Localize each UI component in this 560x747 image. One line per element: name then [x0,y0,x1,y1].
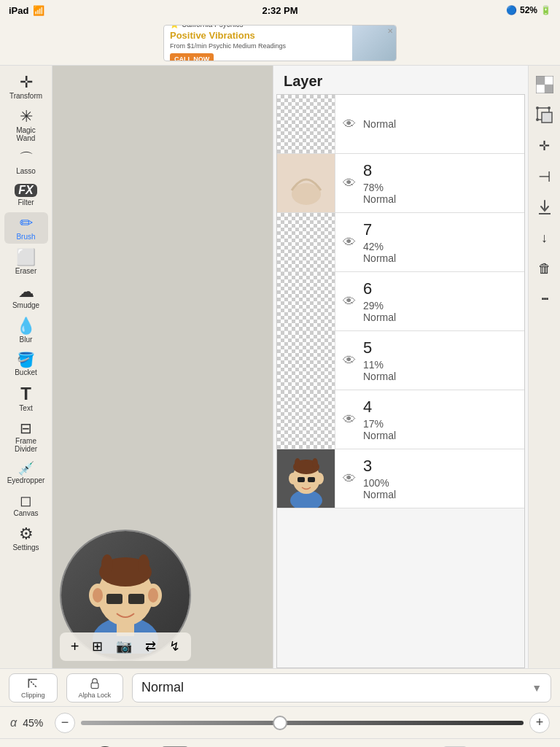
opacity-decrease-button[interactable]: − [55,713,75,733]
layer-opacity: 29% [363,300,517,311]
tool-smudge[interactable]: ☁ Smudge [4,281,48,312]
tool-filter-label: Filter [18,198,34,206]
svg-point-7 [93,588,103,603]
layer-content: 👁 4 17% Normal [335,392,524,447]
layer-row[interactable]: 👁 Normal [277,95,524,154]
tool-smudge-label: Smudge [12,301,39,309]
opacity-bar: α 45% − + [0,706,560,738]
opacity-value: 45% [23,717,49,729]
ad-call-button[interactable]: CALL NOW [170,53,214,61]
right-mini-toolbar: ✛ ⊣ ↓ 🗑 ··· [528,66,560,668]
layer-eye-icon[interactable]: 👁 [343,471,356,487]
tool-canvas[interactable]: ◻ Canvas [4,490,48,520]
color-swatch-button[interactable] [158,742,192,748]
tool-text[interactable]: T Text [4,382,48,415]
layer-row[interactable]: 👁 4 17% Normal [277,390,524,449]
layer-row[interactable]: 👁 3 100% Normal [277,449,524,508]
svg-rect-24 [536,76,545,85]
ad-close-button[interactable]: ✕ [387,27,393,35]
tool-filter[interactable]: FX Filter [4,181,48,209]
tool-eyedropper[interactable]: 💉 Eyedropper [4,459,48,487]
tool-frame-divider[interactable]: ⊟ Frame Divider [4,418,48,456]
layer-info: 3 100% Normal [363,457,517,500]
lasso-icon: ⌒ [19,151,34,166]
ad-subtext: From $1/min Psychic Medium Readings [170,42,346,50]
ad-inner[interactable]: ⭐ California Psychics Positive Vibration… [163,25,397,61]
svg-rect-27 [536,85,545,93]
layer-eye-icon[interactable]: 👁 [343,294,356,309]
layer-content: 👁 8 78% Normal [335,155,524,211]
layer-thumb [277,95,335,153]
merge-button[interactable]: ↯ [165,637,184,657]
layer-eye-icon[interactable]: 👁 [343,412,356,427]
mini-tool-checkerboard[interactable] [532,71,558,98]
opacity-slider[interactable] [81,721,524,725]
svg-point-13 [292,183,321,205]
layer-list: 👁 Normal 👁 [276,94,525,668]
layer-eye-icon[interactable]: 👁 [343,235,356,250]
layer-thumb [277,213,335,271]
transform-icon [536,107,553,124]
thumb-art [277,154,335,212]
canvas-area[interactable]: + ⊞ 📷 ⇄ ↯ [52,66,273,668]
opacity-slider-thumb[interactable] [273,716,287,730]
main-area: ✛ Transform ✳ Magic Wand ⌒ Lasso FX Filt… [0,66,560,668]
ad-headline: Positive Vibrations [170,30,346,41]
mini-tool-delete[interactable]: 🗑 [532,255,558,282]
back-button[interactable]: ← [508,742,542,748]
bottom-bar: Clipping Alpha Lock Normal ▼ [0,668,560,706]
mini-tool-flip[interactable]: ⊣ [532,163,558,190]
undo-button[interactable]: ↩ [298,742,332,748]
tool-blur[interactable]: 💧 Blur [4,315,48,347]
tool-brush[interactable]: ✏ Brush [4,212,48,244]
mini-tool-flatten[interactable]: ↓ [532,225,558,251]
mini-tool-move[interactable]: ✛ [532,133,558,159]
add-group-button[interactable]: ⊞ [88,637,107,657]
svg-rect-25 [545,85,553,93]
tool-bucket[interactable]: 🪣 Bucket [4,349,48,379]
svg-rect-26 [545,76,553,85]
down-button[interactable]: ↓ [228,742,262,748]
blend-mode-button[interactable]: Normal ▼ [132,673,551,703]
tool-magic-wand[interactable]: ✳ Magic Wand [4,106,48,145]
layer-thumb [277,449,335,508]
layer-row[interactable]: 👁 6 29% Normal [277,272,524,331]
clipping-button[interactable]: Clipping [9,673,58,703]
brush-size-button[interactable]: 29.6 [88,742,122,748]
add-layer-button[interactable]: + [66,637,84,657]
tool-lasso[interactable]: ⌒ Lasso [4,148,48,178]
tool-blur-label: Blur [20,336,33,344]
edit-icon-button[interactable] [18,742,52,748]
redo-button[interactable]: ↪ [368,742,402,748]
layer-opacity: 17% [363,418,517,430]
layer-thumb-checker [277,95,335,153]
layer-row[interactable]: 👁 7 42% Normal [277,213,524,272]
layer-row[interactable]: 👁 5 11% Normal [277,331,524,390]
layer-row[interactable]: 👁 8 78% Normal [277,154,524,213]
smudge-icon: ☁ [18,284,34,300]
mini-tool-merge-down[interactable] [532,194,558,220]
device-label: iPad [9,5,28,16]
tool-text-label: Text [19,404,32,412]
canvas-icon: ◻ [20,493,32,508]
svg-point-3 [101,554,113,575]
bottom-nav: 29.6 ↓ ↩ ↪ 12 ← [0,738,560,747]
layer-eye-icon[interactable]: 👁 [343,117,356,132]
svg-rect-30 [542,112,552,123]
mini-tool-more[interactable]: ··· [532,286,558,312]
ad-banner: ⭐ California Psychics Positive Vibration… [0,20,560,66]
alpha-lock-button[interactable]: Alpha Lock [66,673,124,703]
layer-eye-icon[interactable]: 👁 [343,353,356,368]
layer-thumb [277,390,335,449]
import-button[interactable]: ⇄ [141,637,160,657]
svg-point-18 [295,458,300,468]
battery-icon: 🔋 [540,5,551,15]
layer-eye-icon[interactable]: 👁 [343,176,356,191]
camera-button[interactable]: 📷 [112,637,136,657]
tool-eraser[interactable]: ⬜ Eraser [4,247,48,278]
layers-button[interactable]: 12 [438,742,472,748]
opacity-increase-button[interactable]: + [529,713,550,733]
mini-tool-transform[interactable] [532,102,558,128]
tool-settings[interactable]: ⚙ Settings [4,523,48,554]
tool-transform[interactable]: ✛ Transform [4,71,48,103]
